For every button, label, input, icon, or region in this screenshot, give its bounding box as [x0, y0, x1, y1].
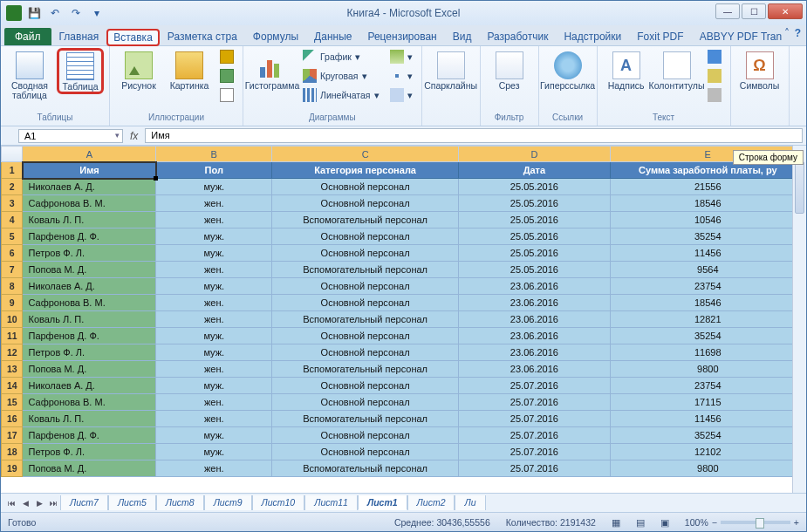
- cell-sum[interactable]: 17115: [610, 394, 805, 411]
- cell-sum[interactable]: 35254: [610, 427, 805, 444]
- zoom-control[interactable]: 100% −+: [685, 517, 799, 528]
- row-header[interactable]: 18: [2, 444, 23, 460]
- cell-category[interactable]: Основной персонал: [272, 344, 459, 361]
- cell-date[interactable]: 25.05.2016: [459, 212, 610, 228]
- sheet-tab[interactable]: Лист9: [204, 495, 252, 510]
- bar-chart-button[interactable]: Линейчатая ▾: [299, 86, 383, 104]
- cell-sex[interactable]: жен.: [156, 361, 272, 378]
- cell-sex[interactable]: муж.: [156, 444, 272, 460]
- cell-name[interactable]: Николаев А. Д.: [23, 278, 156, 295]
- cell-sum[interactable]: 11698: [610, 344, 805, 361]
- signature-button[interactable]: [704, 67, 725, 85]
- header-cell[interactable]: Пол: [156, 162, 272, 179]
- tab-developer[interactable]: Разработчик: [479, 27, 556, 45]
- column-header[interactable]: A: [23, 147, 156, 162]
- cell-category[interactable]: Основной персонал: [272, 228, 459, 245]
- header-cell[interactable]: Категория персонала: [272, 162, 459, 179]
- undo-icon[interactable]: ↶: [46, 5, 64, 21]
- sheet-tab[interactable]: Лист7: [60, 495, 108, 510]
- cell-sum[interactable]: 21556: [610, 179, 805, 195]
- worksheet-area[interactable]: ABCDE1ИмяПолКатегория персоналаДатаСумма…: [1, 146, 806, 493]
- row-header[interactable]: 2: [2, 179, 23, 195]
- sheet-nav-prev-icon[interactable]: ◀: [18, 496, 32, 510]
- save-icon[interactable]: 💾: [25, 5, 43, 21]
- cell-name[interactable]: Парфенов Д. Ф.: [23, 427, 156, 444]
- cell-sex[interactable]: муж.: [156, 427, 272, 444]
- cell-name[interactable]: Сафронова В. М.: [23, 295, 156, 311]
- cell-category[interactable]: Вспомогательный персонал: [272, 361, 459, 378]
- tab-data[interactable]: Данные: [306, 27, 359, 45]
- cell-name[interactable]: Петров Ф. Л.: [23, 444, 156, 460]
- cell-date[interactable]: 25.07.2016: [459, 444, 610, 460]
- cell-category[interactable]: Основной персонал: [272, 195, 459, 212]
- cell-sum[interactable]: 9800: [610, 361, 805, 378]
- tab-view[interactable]: Вид: [445, 27, 480, 45]
- cell-sum[interactable]: 9800: [610, 460, 805, 477]
- cell-name[interactable]: Попова М. Д.: [23, 262, 156, 278]
- sheet-tab[interactable]: Лист1: [358, 495, 407, 510]
- name-box[interactable]: A1: [18, 129, 123, 143]
- cell-sex[interactable]: жен.: [156, 411, 272, 427]
- row-header[interactable]: 7: [2, 262, 23, 278]
- cell-date[interactable]: 23.06.2016: [459, 361, 610, 378]
- excel-icon[interactable]: [6, 5, 22, 21]
- sheet-tab[interactable]: Лист10: [252, 495, 305, 510]
- cell-category[interactable]: Основной персонал: [272, 378, 459, 394]
- tab-insert[interactable]: Вставка: [106, 29, 160, 46]
- cell-date[interactable]: 23.06.2016: [459, 295, 610, 311]
- cell-sum[interactable]: 23754: [610, 278, 805, 295]
- clipart-button[interactable]: Картинка: [166, 48, 213, 91]
- sheet-nav-first-icon[interactable]: ⏮: [4, 496, 18, 510]
- tab-review[interactable]: Рецензирован: [359, 27, 444, 45]
- cell-sex[interactable]: муж.: [156, 278, 272, 295]
- cell-date[interactable]: 25.07.2016: [459, 427, 610, 444]
- cell-sex[interactable]: муж.: [156, 378, 272, 394]
- row-header[interactable]: 4: [2, 212, 23, 228]
- header-footer-button[interactable]: Колонтитулы: [653, 48, 701, 91]
- vertical-scrollbar[interactable]: [792, 146, 806, 493]
- cell-sum[interactable]: 35254: [610, 328, 805, 344]
- fx-icon[interactable]: fx: [123, 130, 145, 142]
- row-header[interactable]: 9: [2, 295, 23, 311]
- cell-sex[interactable]: муж.: [156, 228, 272, 245]
- pivot-table-button[interactable]: Сводная таблица: [6, 48, 53, 100]
- cell-name[interactable]: Николаев А. Д.: [23, 378, 156, 394]
- cell-category[interactable]: Основной персонал: [272, 427, 459, 444]
- header-cell[interactable]: Дата: [459, 162, 610, 179]
- slicer-button[interactable]: Срез: [486, 48, 533, 91]
- row-header[interactable]: 11: [2, 328, 23, 344]
- tab-home[interactable]: Главная: [51, 27, 107, 45]
- cell-sex[interactable]: жен.: [156, 195, 272, 212]
- tab-addins[interactable]: Надстройки: [556, 27, 629, 45]
- row-header[interactable]: 16: [2, 411, 23, 427]
- cell-name[interactable]: Коваль Л. П.: [23, 212, 156, 228]
- sheet-tab[interactable]: Лист11: [304, 495, 358, 510]
- row-header[interactable]: 12: [2, 344, 23, 361]
- cell-date[interactable]: 25.05.2016: [459, 245, 610, 262]
- row-header[interactable]: 19: [2, 460, 23, 477]
- help-icon[interactable]: ?: [795, 27, 801, 39]
- cell-sex[interactable]: муж.: [156, 179, 272, 195]
- textbox-button[interactable]: AНадпись: [603, 48, 650, 91]
- cell-category[interactable]: Вспомогательный персонал: [272, 460, 459, 477]
- cell-name[interactable]: Сафронова В. М.: [23, 195, 156, 212]
- ribbon-minimize-icon[interactable]: ˄: [784, 27, 790, 39]
- cell-sex[interactable]: муж.: [156, 344, 272, 361]
- cell-name[interactable]: Николаев А. Д.: [23, 179, 156, 195]
- qat-customize-icon[interactable]: ▾: [88, 5, 106, 21]
- cell-sex[interactable]: жен.: [156, 212, 272, 228]
- cell-sex[interactable]: жен.: [156, 295, 272, 311]
- cell-category[interactable]: Основной персонал: [272, 245, 459, 262]
- close-button[interactable]: ✕: [768, 3, 803, 19]
- cell-name[interactable]: Коваль Л. П.: [23, 311, 156, 328]
- cell-sum[interactable]: 10546: [610, 212, 805, 228]
- select-all-cell[interactable]: [2, 147, 23, 162]
- smartart-button[interactable]: [216, 67, 237, 85]
- cell-sex[interactable]: жен.: [156, 262, 272, 278]
- sheet-tab[interactable]: Ли: [455, 495, 485, 510]
- other-chart-button[interactable]: ▾: [386, 86, 416, 104]
- cell-date[interactable]: 25.07.2016: [459, 460, 610, 477]
- hyperlink-button[interactable]: Гиперссылка: [544, 48, 592, 91]
- cell-category[interactable]: Основной персонал: [272, 444, 459, 460]
- cell-date[interactable]: 23.06.2016: [459, 328, 610, 344]
